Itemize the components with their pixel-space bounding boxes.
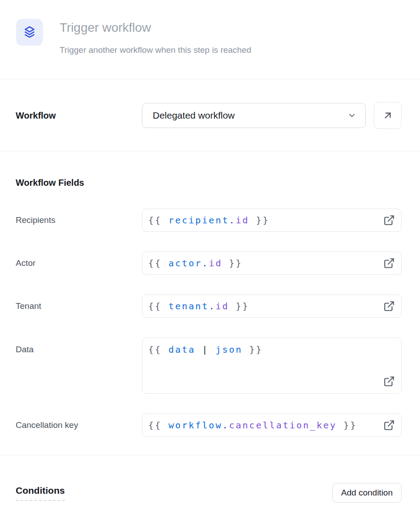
field-row-data: Data{{ data | json }} bbox=[16, 337, 402, 394]
field-row-recipients: Recipients{{ recipient.id }} bbox=[16, 209, 402, 232]
workflow-fields-section: Workflow Fields Recipients{{ recipient.i… bbox=[0, 151, 420, 455]
step-name-input[interactable] bbox=[60, 20, 382, 35]
step-header-text: Trigger another workflow when this step … bbox=[60, 19, 382, 79]
external-link-icon[interactable] bbox=[383, 257, 395, 269]
field-input-cancellation-key[interactable]: {{ workflow.cancellation_key }} bbox=[142, 414, 402, 437]
liquid-template-value: {{ data | json }} bbox=[148, 343, 263, 356]
liquid-template-value: {{ recipient.id }} bbox=[148, 214, 270, 226]
workflow-label: Workflow bbox=[16, 111, 142, 121]
field-input-tenant[interactable]: {{ tenant.id }} bbox=[142, 295, 402, 318]
field-row-actor: Actor{{ actor.id }} bbox=[16, 252, 402, 275]
conditions-section: Conditions Add condition bbox=[0, 455, 420, 503]
workflow-select[interactable]: Delegated workflow bbox=[142, 103, 366, 128]
liquid-template-value: {{ actor.id }} bbox=[148, 257, 243, 269]
field-input-data[interactable]: {{ data | json }} bbox=[142, 337, 402, 394]
field-label: Recipients bbox=[16, 215, 142, 225]
field-row-cancellation-key: Cancellation key{{ workflow.cancellation… bbox=[16, 414, 402, 437]
conditions-heading: Conditions bbox=[16, 485, 65, 501]
step-description: Trigger another workflow when this step … bbox=[60, 45, 382, 56]
field-input-recipients[interactable]: {{ recipient.id }} bbox=[142, 209, 402, 232]
external-link-icon[interactable] bbox=[383, 214, 395, 226]
workflow-selector-row: Workflow Delegated workflow bbox=[0, 79, 420, 151]
field-label: Cancellation key bbox=[16, 420, 142, 430]
external-link-icon[interactable] bbox=[383, 419, 395, 431]
external-link-icon[interactable] bbox=[383, 300, 395, 312]
layers-icon bbox=[22, 25, 37, 39]
open-workflow-button[interactable] bbox=[374, 102, 402, 129]
field-label: Actor bbox=[16, 258, 142, 268]
liquid-template-value: {{ tenant.id }} bbox=[148, 300, 249, 312]
chevron-down-icon bbox=[347, 111, 356, 120]
workflow-fields-heading: Workflow Fields bbox=[16, 177, 402, 188]
add-condition-button[interactable]: Add condition bbox=[332, 483, 402, 503]
arrow-up-right-icon bbox=[382, 110, 394, 121]
workflow-select-value: Delegated workflow bbox=[153, 110, 235, 121]
field-label: Tenant bbox=[16, 301, 142, 311]
liquid-template-value: {{ workflow.cancellation_key }} bbox=[148, 419, 357, 431]
field-label: Data bbox=[16, 337, 142, 354]
field-row-tenant: Tenant{{ tenant.id }} bbox=[16, 295, 402, 318]
trigger-workflow-step-icon bbox=[16, 19, 43, 46]
step-header: Trigger another workflow when this step … bbox=[0, 0, 420, 79]
workflow-fields-rows: Recipients{{ recipient.id }}Actor{{ acto… bbox=[16, 209, 402, 437]
field-input-actor[interactable]: {{ actor.id }} bbox=[142, 252, 402, 275]
external-link-icon[interactable] bbox=[383, 376, 395, 387]
